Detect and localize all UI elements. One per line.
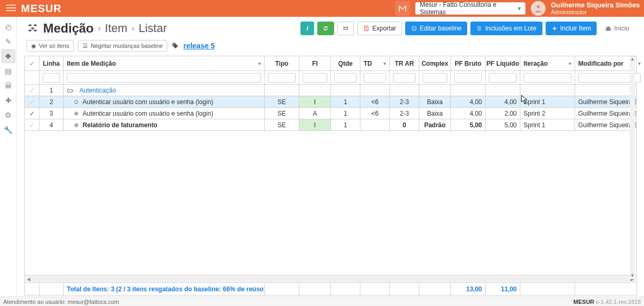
release-link[interactable]: release 5 [183, 42, 215, 50]
row-check[interactable]: ✓ [25, 108, 39, 119]
svg-point-11 [75, 113, 77, 114]
filter-pfb[interactable] [454, 73, 482, 83]
bold-baseline-toggle[interactable]: ☰ Negritar mudanças baseline [78, 40, 167, 52]
breadcrumb-tail: Listar [138, 22, 167, 35]
col-checkbox[interactable]: ✓ [25, 56, 39, 70]
col-item[interactable]: Item de Medição▾ [64, 56, 265, 70]
only-items-toggle[interactable]: ◉ Ver só itens [26, 40, 74, 52]
add-item-button[interactable]: Incluir Item [546, 22, 597, 35]
filter-qtde[interactable] [334, 73, 357, 83]
table-row[interactable]: ✓4Relatório de faturamentoSEI10Padrão5,0… [25, 119, 636, 131]
col-tipo[interactable]: Tipo [265, 56, 299, 70]
table-group-row[interactable]: ✓ 1 Autenticação [25, 85, 636, 96]
list-icon [476, 25, 482, 32]
col-fi[interactable]: FI [299, 56, 331, 70]
col-linha[interactable]: Linha [39, 56, 64, 70]
svg-point-3 [537, 5, 540, 8]
row-linha: 2 [39, 96, 64, 107]
vertical-scrollbar[interactable]: ▲ ▼ [630, 56, 635, 279]
user-avatar[interactable] [531, 1, 546, 16]
row-iter: Sprint 1 [520, 96, 575, 107]
status-bar: Atendimento ao usuário: mesur@fattocs.co… [0, 297, 644, 306]
row-trar: 2-3 [390, 108, 419, 119]
col-td[interactable]: TD▾ [360, 56, 390, 70]
row-item: Autenticar usuário com usuário e senha (… [64, 108, 265, 119]
horizontal-scrollbar[interactable]: ◀ ▶ [25, 275, 636, 282]
svg-rect-0 [6, 5, 16, 6]
row-fi: A [299, 108, 331, 119]
side-gauge-icon[interactable]: ◴ [2, 20, 15, 34]
filter-complex[interactable] [422, 73, 447, 83]
col-complex[interactable]: Complex [419, 56, 451, 70]
row-type-icon [73, 99, 79, 105]
org-selected-text: Mesur - Fatto Consultoria e Sistemas [420, 1, 518, 16]
row-mod: Guilherme Siqueira Simões [575, 96, 636, 107]
breadcrumb-mid: Item [105, 22, 127, 35]
filter-td[interactable] [364, 73, 386, 83]
row-pfb: 4,00 [451, 96, 486, 107]
svg-point-9 [75, 100, 78, 103]
filter-tipo[interactable] [268, 73, 296, 83]
refresh-icon [323, 25, 328, 32]
row-check[interactable]: ✓ [25, 96, 39, 107]
side-building-icon[interactable]: 🏛 [2, 79, 15, 93]
export-button-label: Exportar [372, 25, 396, 32]
org-selector[interactable]: Mesur - Fatto Consultoria e Sistemas ▾ [415, 2, 526, 15]
svg-point-8 [174, 44, 175, 45]
row-complex: Padrão [419, 119, 451, 130]
folder-open-icon [67, 87, 73, 94]
filter-linha[interactable] [43, 73, 60, 83]
home-link[interactable]: Início [600, 22, 635, 35]
filter-fi[interactable] [303, 73, 327, 83]
side-pencil-icon[interactable]: ✎ [2, 35, 15, 48]
mail-icon [343, 25, 348, 32]
row-trar: 0 [390, 119, 419, 130]
breadcrumb-sep-1: › [98, 24, 100, 33]
page-header: Medição › Item › Listar i Exportar Edita… [17, 17, 644, 38]
col-pf-bruto[interactable]: PF Bruto [451, 56, 486, 70]
row-iter: Sprint 1 [520, 119, 575, 130]
row-check[interactable]: ✓ [25, 119, 39, 130]
svg-point-13 [75, 124, 77, 126]
row-td [360, 119, 390, 130]
row-td: <6 [360, 108, 390, 119]
user-info: Guilherme Siqueira Simões Administrador [551, 2, 640, 15]
row-pfl: 4,00 [486, 96, 520, 107]
export-icon [363, 25, 369, 32]
info-button[interactable]: i [300, 22, 314, 35]
filter-item[interactable] [67, 73, 261, 83]
scroll-left-icon: ◀ [27, 277, 31, 282]
col-trar[interactable]: TR AR [390, 56, 419, 70]
side-wrench-icon[interactable]: 🔧 [2, 123, 15, 137]
only-items-label: Ver só itens [39, 43, 69, 49]
mail-button[interactable] [337, 22, 354, 35]
side-cubes-icon[interactable]: ❖ [2, 49, 15, 63]
row-trar: 2-3 [390, 96, 419, 107]
filter-trar[interactable] [393, 73, 416, 83]
export-button[interactable]: Exportar [357, 22, 401, 35]
side-puzzle-icon[interactable]: ✚ [2, 94, 15, 107]
refresh-button[interactable] [317, 22, 334, 35]
scroll-up-icon: ▲ [630, 56, 635, 63]
row-qtde: 1 [331, 96, 360, 107]
edit-baseline-label: Editar baseline [420, 25, 461, 32]
col-pf-liquido[interactable]: PF Líquido [486, 56, 520, 70]
row-check[interactable]: ✓ [25, 85, 39, 96]
edit-baseline-button[interactable]: Editar baseline [405, 22, 467, 35]
row-tipo: SE [265, 119, 299, 130]
hamburger-menu-icon[interactable] [4, 1, 18, 16]
table-row[interactable]: ✓2Autenticar usuário com usuário e senha… [25, 96, 636, 108]
filter-iter[interactable] [524, 73, 571, 83]
side-chart-icon[interactable]: ▤ [2, 64, 15, 78]
col-qtde[interactable]: Qtde [331, 56, 360, 70]
plus-icon [551, 25, 558, 32]
row-fi: I [299, 96, 331, 107]
filter-pfl[interactable] [489, 73, 517, 83]
batch-include-button[interactable]: Inclusões em Lote [470, 22, 542, 35]
side-gear-icon[interactable]: ⚙ [2, 108, 15, 122]
chevron-down-icon: ▾ [569, 61, 571, 66]
row-item: Autenticar usuário com usuário e senha (… [64, 96, 265, 107]
table-row[interactable]: ✓3Autenticar usuário com usuário e senha… [25, 108, 636, 119]
page-title-icon [26, 22, 39, 36]
col-iteracao[interactable]: Iteração▾ [520, 56, 575, 70]
